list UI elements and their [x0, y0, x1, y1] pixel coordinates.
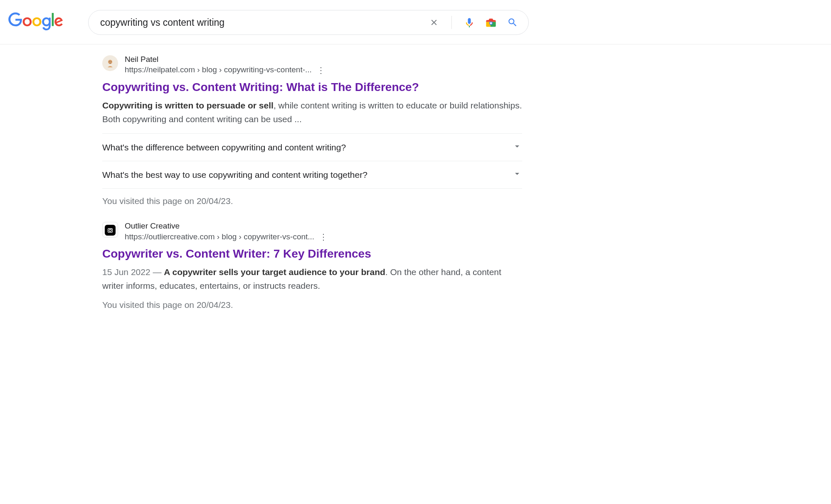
result-snippet: 15 Jun 2022 — A copywriter sells your ta… [102, 266, 522, 293]
chevron-down-icon [512, 169, 522, 181]
search-result: Neil Patel https://neilpatel.com › blog … [102, 54, 522, 206]
result-title-link[interactable]: Copywriting vs. Content Writing: What is… [102, 80, 522, 95]
site-name: Neil Patel [125, 54, 522, 65]
site-name: Outlier Creative [125, 221, 522, 231]
breadcrumb: https://neilpatel.com › blog › copywriti… [125, 65, 312, 75]
divider [451, 16, 452, 29]
more-options-icon[interactable]: ⋮ [312, 65, 325, 76]
svg-point-3 [109, 61, 109, 61]
clear-icon[interactable] [428, 17, 440, 28]
result-snippet: Copywriting is written to persuade or se… [102, 99, 522, 126]
accordion-question: What's the difference between copywritin… [102, 143, 346, 152]
search-input[interactable] [96, 17, 428, 28]
search-icon[interactable] [507, 17, 518, 28]
svg-point-1 [490, 22, 492, 24]
image-search-icon[interactable] [485, 17, 497, 28]
svg-point-8 [111, 229, 112, 229]
search-actions [428, 16, 521, 29]
snippet-bold: A copywriter sells your target audience … [164, 267, 385, 277]
visit-note: You visited this page on 20/04/23. [102, 300, 522, 310]
svg-point-6 [109, 230, 111, 231]
search-results: Neil Patel https://neilpatel.com › blog … [102, 44, 522, 310]
accordion-question: What's the best way to use copywriting a… [102, 170, 367, 180]
site-favicon [102, 55, 118, 71]
accordion-item[interactable]: What's the best way to use copywriting a… [102, 161, 522, 189]
snippet-bold: Copywriting is written to persuade or se… [102, 101, 274, 110]
result-title-link[interactable]: Copywriter vs. Content Writer: 7 Key Dif… [102, 246, 522, 261]
chevron-down-icon [512, 141, 522, 153]
accordion-item[interactable]: What's the difference between copywritin… [102, 134, 522, 161]
search-bar[interactable] [88, 10, 529, 35]
site-favicon [102, 222, 118, 238]
snippet-date: 15 Jun 2022 [102, 267, 150, 277]
svg-point-4 [111, 61, 111, 61]
search-result: Outlier Creative https://outliercreative… [102, 221, 522, 310]
google-logo[interactable] [8, 12, 63, 33]
more-options-icon[interactable]: ⋮ [314, 231, 328, 242]
breadcrumb: https://outliercreative.com › blog › cop… [125, 232, 314, 242]
voice-search-icon[interactable] [464, 17, 475, 28]
header [0, 0, 831, 44]
accordion: What's the difference between copywritin… [102, 133, 522, 189]
visit-note: You visited this page on 20/04/23. [102, 196, 522, 206]
